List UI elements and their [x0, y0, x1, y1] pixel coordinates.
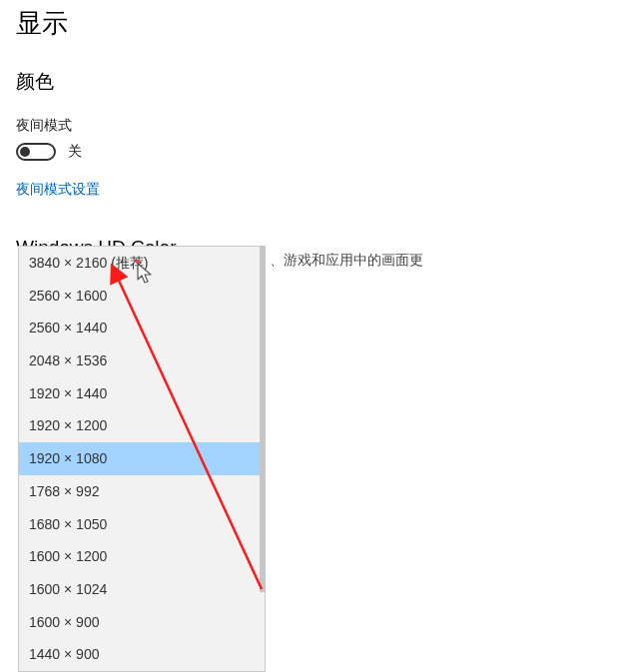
resolution-option[interactable]: 1600 × 1200	[19, 540, 260, 573]
night-mode-toggle[interactable]	[16, 143, 56, 161]
resolution-dropdown-panel[interactable]: 3840 × 2160 (推荐)2560 × 16002560 × 144020…	[18, 246, 266, 672]
resolution-option[interactable]: 1600 × 1024	[19, 573, 260, 606]
resolution-option[interactable]: 3840 × 2160 (推荐)	[19, 247, 260, 280]
night-mode-label: 夜间模式	[16, 117, 624, 135]
night-mode-toggle-state: 关	[68, 143, 82, 161]
dropdown-scrollbar-thumb[interactable]	[260, 247, 265, 592]
resolution-option[interactable]: 1920 × 1200	[19, 409, 260, 442]
resolution-option[interactable]: 2048 × 1536	[19, 344, 260, 377]
resolution-option[interactable]: 1768 × 992	[19, 475, 260, 508]
section-color-title: 颜色	[16, 69, 624, 95]
resolution-option[interactable]: 1920 × 1080	[19, 442, 260, 475]
dropdown-scrollbar[interactable]	[260, 247, 265, 671]
resolution-option[interactable]: 2560 × 1440	[19, 312, 260, 344]
hdcolor-description-fragment: 、游戏和应用中的画面更	[270, 252, 423, 270]
resolution-option[interactable]: 1920 × 1440	[19, 377, 260, 410]
resolution-option[interactable]: 1600 × 900	[19, 606, 260, 639]
night-mode-settings-link[interactable]: 夜间模式设置	[16, 181, 624, 199]
resolution-option[interactable]: 1440 × 900	[19, 638, 260, 671]
resolution-dropdown-list[interactable]: 3840 × 2160 (推荐)2560 × 16002560 × 144020…	[19, 247, 260, 671]
page-title: 显示	[16, 6, 624, 41]
resolution-option[interactable]: 1680 × 1050	[19, 508, 260, 541]
toggle-knob	[20, 147, 30, 157]
resolution-option[interactable]: 2560 × 1600	[19, 280, 260, 313]
